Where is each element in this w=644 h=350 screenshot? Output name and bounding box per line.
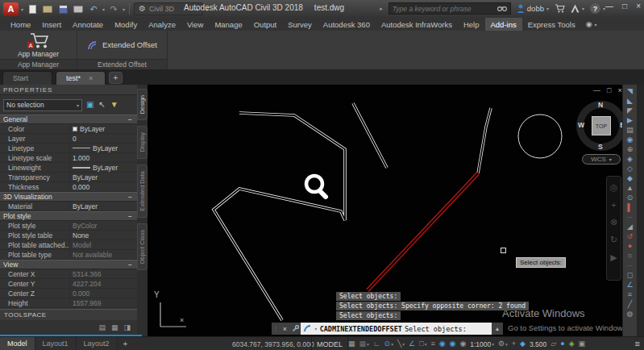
status-toggle-button[interactable]: ⊙ ▾: [383, 340, 395, 348]
collapse-icon[interactable]: −: [128, 193, 132, 201]
new-tab-button[interactable]: +: [109, 72, 123, 84]
redo-button[interactable]: ↷: [107, 2, 120, 15]
property-value[interactable]: 0.000: [69, 289, 137, 298]
command-input[interactable]: ▾ CADMINEXTENDEDOFFSET Select objects:: [301, 323, 492, 335]
layout-tab[interactable]: Model: [0, 337, 35, 350]
close-button[interactable]: ×: [636, 2, 641, 10]
toolbar-icon[interactable]: ○: [628, 251, 632, 260]
ribbon-record-button[interactable]: ◉ ▾: [581, 18, 602, 31]
ribbon-tab[interactable]: Autodesk InfraWorks: [376, 18, 458, 31]
new-file-button[interactable]: [26, 2, 39, 15]
app-manager-button[interactable]: A App Manager: [18, 32, 59, 58]
status-toggle-button[interactable]: ◉ ▾: [438, 340, 447, 348]
app-store-cart-icon[interactable]: [555, 4, 565, 13]
toolspace-tool-icon[interactable]: ▤: [98, 323, 106, 331]
property-value[interactable]: 5314.366: [69, 269, 137, 278]
properties-tool-icon[interactable]: ▼: [110, 101, 118, 109]
status-toggle-button[interactable]: + ▾: [510, 340, 517, 348]
command-expand-button[interactable]: ▲: [492, 323, 503, 335]
navigation-tool-icon[interactable]: ▶: [610, 252, 617, 263]
property-row[interactable]: Linetype scale 1.000: [0, 153, 137, 163]
status-toggle-button[interactable]: ▱ ▾: [549, 340, 558, 348]
properties-tool-icon[interactable]: ↖: [98, 101, 105, 109]
collapse-icon[interactable]: −: [128, 260, 132, 269]
command-recent-icon[interactable]: ▾: [314, 326, 318, 331]
selection-dropdown[interactable]: No selection ▾: [3, 99, 82, 111]
property-row[interactable]: Center X 5314.366: [0, 269, 137, 279]
status-toggle-button[interactable]: ◉ ▾: [458, 340, 467, 348]
property-value[interactable]: ByLayer: [69, 144, 137, 152]
undo-button[interactable]: ↶: [87, 2, 100, 15]
toolbar-icon[interactable]: ◥: [627, 86, 633, 96]
ribbon-tab[interactable]: View: [181, 18, 209, 31]
layout-tab[interactable]: Layout2: [77, 337, 118, 350]
toolbar-icon[interactable]: ▌: [627, 202, 632, 212]
property-row[interactable]: Plot table type Not available: [0, 250, 137, 260]
drawing-close-button[interactable]: ×: [617, 86, 621, 94]
binoculars-icon[interactable]: [497, 5, 507, 12]
circle-entity[interactable]: [518, 115, 562, 158]
offset-polyline-short[interactable]: [353, 103, 387, 168]
customize-menu-icon[interactable]: ≡: [635, 339, 640, 348]
app-menu-chevron-icon[interactable]: ▾: [21, 6, 23, 12]
ribbon-tab[interactable]: Add-ins: [485, 18, 522, 31]
app-manager-panel-title[interactable]: App Manager: [0, 59, 77, 69]
red-selected-line[interactable]: [368, 173, 478, 290]
help-button[interactable]: ? ▾: [590, 3, 605, 14]
command-close-button[interactable]: ×: [280, 323, 290, 335]
ribbon-tab[interactable]: Autodesk 360: [318, 18, 376, 31]
navigation-bar[interactable]: ◎+⊗↻▶: [606, 176, 621, 281]
restore-button[interactable]: □: [622, 2, 627, 10]
section-general[interactable]: General −: [0, 115, 137, 124]
property-row[interactable]: Material ByLayer: [0, 202, 137, 211]
undo-dropdown-icon[interactable]: ▾: [102, 6, 105, 12]
section-plot-style[interactable]: Plot style −: [0, 211, 137, 221]
toolbar-icon[interactable]: ◢: [627, 222, 633, 231]
palette-tab[interactable]: Object Class: [137, 223, 147, 271]
collapse-icon[interactable]: −: [128, 115, 132, 123]
status-dropdown-icon[interactable]: ▾: [425, 342, 427, 347]
property-value[interactable]: ByLayer: [69, 163, 137, 172]
toolbar-icon[interactable]: ≡: [628, 290, 632, 299]
toolspace-tool-icon[interactable]: ◨: [123, 323, 131, 331]
status-toggle-button[interactable]: ∠ ▾: [407, 340, 417, 348]
toolbar-icon[interactable]: ╱: [628, 299, 632, 309]
ribbon-tab[interactable]: Analyze: [143, 18, 181, 31]
palette-tab[interactable]: Design: [137, 89, 147, 120]
property-row[interactable]: Center Z 0.000: [0, 289, 137, 298]
ribbon-tab[interactable]: Express Tools: [522, 18, 581, 31]
navigation-tool-icon[interactable]: ◎: [610, 182, 618, 193]
viewcube-top-face[interactable]: TOP: [592, 116, 611, 135]
status-dropdown-icon[interactable]: ▾: [505, 342, 508, 347]
file-tab[interactable]: Start: [2, 71, 52, 85]
property-value[interactable]: ByLayer: [69, 173, 137, 181]
status-toggle-button[interactable]: ▦ ▾: [347, 340, 357, 348]
signin-user[interactable]: dobb ▾: [517, 4, 549, 13]
property-value[interactable]: 4227.204: [69, 279, 137, 288]
property-value[interactable]: 1557.969: [69, 298, 137, 307]
drawing-minimize-button[interactable]: —: [593, 86, 600, 94]
status-toggle-button[interactable]: ◉ ▾: [448, 340, 458, 348]
viewcube[interactable]: N S W E TOP: [576, 101, 626, 151]
property-row[interactable]: Plot style table None: [0, 231, 137, 240]
model-space-button[interactable]: MODEL: [311, 337, 348, 350]
ribbon-tab[interactable]: Output: [248, 18, 283, 31]
toolbar-icon[interactable]: ⊕: [627, 144, 634, 154]
status-dropdown-icon[interactable]: ▾: [402, 342, 405, 347]
extended-offset-panel-title[interactable]: Extended Offset: [77, 59, 167, 69]
property-value[interactable]: Model: [69, 240, 137, 249]
ribbon-tab[interactable]: Insert: [36, 18, 67, 31]
viewcube-south[interactable]: S: [598, 143, 603, 151]
property-row[interactable]: Center Y 4227.204: [0, 279, 137, 289]
property-row[interactable]: Height 1557.969: [0, 298, 137, 308]
toolbar-icon[interactable]: ─: [627, 212, 632, 222]
save-button[interactable]: [56, 2, 69, 15]
property-row[interactable]: Transparency ByLayer: [0, 173, 137, 182]
status-toggle-button[interactable]: ≡ ▾: [429, 340, 436, 348]
status-toggle-button[interactable]: ● ▾: [559, 340, 566, 348]
properties-palette-title[interactable]: PROPERTIES: [0, 85, 137, 95]
status-toggle-button[interactable]: 1:1000 ▾: [468, 340, 496, 348]
status-toggle-button[interactable]: ╲ ▾: [396, 340, 406, 348]
status-toggle-button[interactable]: ◈ ▾: [567, 340, 576, 348]
help-search-box[interactable]: [388, 2, 511, 15]
